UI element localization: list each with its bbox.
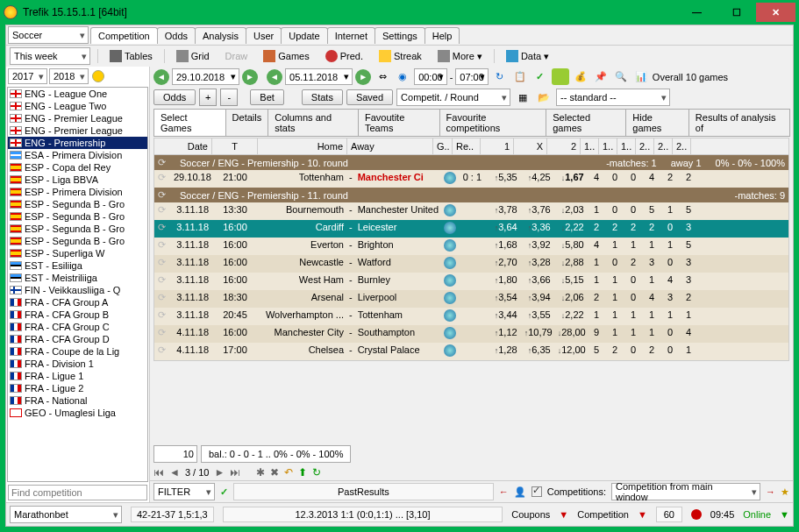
calendar-icon[interactable]: 📋 [511,68,529,85]
group-header[interactable]: ⟳ Soccer / ENG - Premiership - 10. round… [154,155,788,170]
date-from-prev[interactable]: ◄ [153,69,169,85]
league-item[interactable]: EST - Esiliiga [8,259,147,272]
game-row[interactable]: ⟳ 29.10.18 21:00 Tottenham- Manchester C… [154,170,788,188]
league-item[interactable]: FRA - CFA Group B [8,309,147,321]
apply-icon[interactable]: ✓ [531,68,549,85]
grid-icon[interactable]: ▦ [514,89,531,106]
tables-button[interactable]: Tables [105,49,157,63]
refresh-icon[interactable]: ↻ [491,68,509,85]
streak-button[interactable]: Streak [375,49,426,63]
league-item[interactable]: ENG - League One [8,88,147,100]
green-icon[interactable] [552,68,569,85]
tab-update[interactable]: Update [281,27,327,44]
minimize-button[interactable]: — [677,3,717,22]
filter-right[interactable]: → [766,486,775,497]
pin-icon[interactable]: 📌 [592,68,610,85]
pager-star[interactable]: ✱ [256,466,265,479]
globe-icon[interactable] [444,239,456,252]
saved-button[interactable]: Saved [346,89,393,105]
star-icon[interactable]: ★ [781,486,789,498]
subtab-columns[interactable]: Columns and stats [268,109,359,137]
game-row[interactable]: ⟳ 3.11.18 16:00 Everton- Brighton ↑1,68 … [154,238,788,255]
more-button[interactable]: More▾ [433,49,487,63]
game-row[interactable]: ⟳ 4.11.18 16:00 Manchester City- Southam… [154,325,788,343]
league-item[interactable]: ESP - Copa del Rey [8,161,147,174]
coupons-down-icon[interactable]: ▼ [559,509,568,520]
group-header[interactable]: ⟳ Soccer / ENG - Premiership - 11. round… [154,188,788,202]
league-item[interactable]: GEO - Umaglesi Liga [8,407,147,419]
pager-next[interactable]: ► [214,466,225,479]
globe-icon[interactable] [444,292,456,304]
league-item[interactable]: FRA - CFA Group C [8,321,147,333]
game-row[interactable]: ⟳ 3.11.18 16:00 Newcastle- Watford ↑2,70… [154,255,788,273]
subtab-fav-teams[interactable]: Favoutite Teams [358,109,440,137]
date-to-next[interactable]: ► [355,69,371,85]
person-icon[interactable]: 👤 [514,486,526,498]
league-item[interactable]: ESP - Segunda B - Gro [8,210,147,223]
minus-button[interactable]: - [220,89,238,106]
bookmaker-select[interactable]: Marathonbet [10,506,122,523]
league-item[interactable]: FRA - CFA Group D [8,333,147,345]
league-item[interactable]: ESP - Segunda B - Gro [8,235,147,247]
tab-user[interactable]: User [246,27,282,44]
globe-icon[interactable] [444,172,456,184]
time-to[interactable]: 07:00 [455,68,489,85]
sport-select[interactable]: Soccer [8,26,89,44]
league-item[interactable]: ESA - Primera Division [8,149,147,161]
tab-settings[interactable]: Settings [375,27,425,44]
tab-help[interactable]: Help [424,27,460,44]
find-competition-input[interactable] [8,485,147,500]
league-item[interactable]: ENG - League Two [8,100,147,112]
pager-first[interactable]: ⏮ [153,466,164,479]
game-row[interactable]: ⟳ 3.11.18 16:00 West Ham- Burnley ↑1,80 … [154,273,788,290]
pager-reload[interactable]: ↻ [312,466,321,479]
game-row[interactable]: ⟳ 3.11.18 18:30 Arsenal- Liverpool ↑3,54… [154,290,788,308]
league-item[interactable]: FRA - CFA Group A [8,296,147,309]
time-icon[interactable]: ◉ [394,68,411,85]
pager-prev[interactable]: ◄ [169,466,180,479]
league-item[interactable]: ESP - Primera Division [8,186,147,198]
date-from-next[interactable]: ► [242,69,258,85]
subtab-results[interactable]: Results of analysis of [688,109,790,137]
date-from[interactable]: 29.10.2018 [172,68,239,85]
bet-button[interactable]: Bet [250,89,284,105]
year1-select[interactable]: 2017 [8,68,47,84]
maximize-button[interactable]: ☐ [717,3,756,22]
search-icon[interactable]: 🔍 [612,68,630,85]
competition-down-icon[interactable]: ▼ [638,509,647,520]
games-grid[interactable]: ⟳ Soccer / ENG - Premiership - 10. round… [153,155,789,361]
game-row[interactable]: ⟳ 4.11.18 17:00 Chelsea- Crystal Palace … [154,343,788,360]
league-item[interactable]: EST - Meistriliiga [8,272,147,284]
pager-undo[interactable]: ↶ [284,466,293,479]
league-item[interactable]: FRA - National [8,394,147,407]
globe-icon[interactable] [444,327,456,339]
close-button[interactable]: ✕ [756,3,795,22]
league-list[interactable]: ENG - League OneENG - League TwoENG - Pr… [7,87,148,482]
groupby-select[interactable]: Competit. / Round [396,89,510,106]
league-item[interactable]: ENG - Premiership [8,137,147,149]
year2-select[interactable]: 2018 [49,68,89,84]
filter-select[interactable]: FILTER [153,483,215,500]
game-row[interactable]: ⟳ 3.11.18 20:45 Wolverhampton ...- Totte… [154,308,788,325]
league-item[interactable]: ENG - Premier League [8,112,147,124]
globe-icon[interactable] [444,274,456,287]
globe-icon[interactable] [444,204,456,216]
data-button[interactable]: Data▾ [502,49,553,63]
sun-icon[interactable] [92,70,104,82]
pred-button[interactable]: Pred. [321,49,367,63]
league-item[interactable]: FRA - Coupe de la Lig [8,345,147,358]
pager-export[interactable]: ⬆ [298,466,307,479]
tab-analysis[interactable]: Analysis [195,27,246,44]
pager-clear[interactable]: ✖ [270,466,279,479]
competition-scope-select[interactable]: Competition from main window [611,483,760,500]
online-down-icon[interactable]: ▼ [780,509,789,520]
subtab-fav-comp[interactable]: Favourite competitions [439,109,547,137]
week-select[interactable]: This week [10,47,90,65]
chart-icon[interactable]: 📊 [632,68,650,85]
filter-left[interactable]: ← [499,486,509,497]
competitions-check[interactable] [531,486,542,497]
league-item[interactable]: ESP - Segunda B - Gro [8,223,147,235]
subtab-details[interactable]: Details [225,109,269,137]
subtab-hide[interactable]: Hide games [625,109,689,137]
league-item[interactable]: FRA - Ligue 2 [8,382,147,394]
